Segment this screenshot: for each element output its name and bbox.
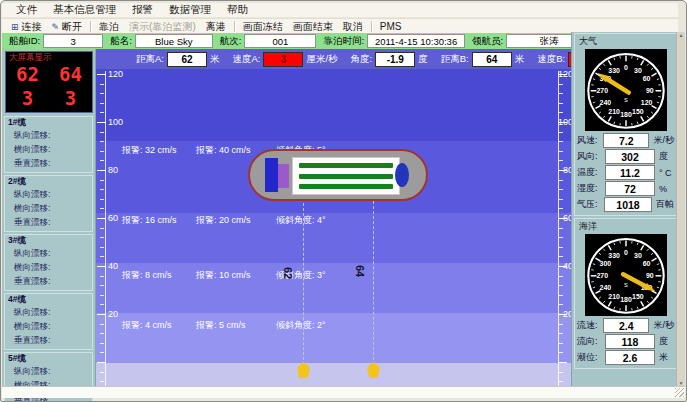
- distance-label-a: 62: [282, 267, 294, 279]
- cable-group: 2#缆纵向漂移:横向漂移:垂直漂移:: [4, 175, 93, 232]
- info-field-value[interactable]: 001: [244, 34, 316, 48]
- toolbar-button[interactable]: ⊞连接: [6, 20, 47, 34]
- ship-deckhouse: [278, 164, 289, 188]
- drift-row-label: 横向漂移:: [5, 202, 92, 216]
- gauge-dial-number: 0: [624, 249, 628, 256]
- vertical-scrollbar[interactable]: ▲ ▼: [676, 32, 685, 386]
- alarm-threshold-row: 报警: 4 cm/s报警: 5 cm/s倾斜角度: 2°: [122, 319, 326, 332]
- gauge-dial-number: 180: [620, 111, 632, 118]
- cable-group-list: 1#缆纵向漂移:横向漂移:垂直漂移:2#缆纵向漂移:横向漂移:垂直漂移:3#缆纵…: [4, 116, 94, 402]
- axis-major-tick: [558, 362, 567, 363]
- sensor-label: 流向:: [577, 335, 603, 348]
- readout-value: -1.9: [375, 52, 415, 67]
- gauge-dial-number: 180: [620, 296, 632, 303]
- big-screen-title: 大屏幕显示: [9, 52, 52, 64]
- drift-row-label: 纵向漂移:: [5, 188, 92, 202]
- gauge-dial-number: 30: [634, 67, 642, 74]
- ship-bow-block: [265, 158, 278, 192]
- info-field-value[interactable]: 3: [43, 34, 103, 48]
- gauge-south-label: S: [624, 282, 628, 288]
- axis-major-tick: [97, 122, 106, 123]
- sensor-field-row: 温度:11.2° C: [577, 165, 674, 180]
- sensor-unit: 度: [659, 150, 668, 163]
- ship-top-view: [248, 149, 428, 201]
- alarm-speed-a: 报警: 8 cm/s: [122, 269, 196, 282]
- sensor-label: 湿度:: [577, 182, 603, 195]
- info-field-value[interactable]: Blue Sky: [135, 34, 213, 48]
- toolbar-button-label: 画面冻结: [243, 20, 283, 34]
- gauge-dial-number: 60: [642, 75, 650, 82]
- distance-bands: [96, 69, 573, 386]
- gauge-dial-number: 240: [599, 99, 611, 106]
- resize-grip-icon[interactable]: [675, 388, 684, 397]
- gauge-dial-number: 210: [608, 293, 620, 300]
- toolbar-button[interactable]: 画面冻结: [238, 20, 288, 34]
- toolbar-button-label: 断开: [62, 20, 82, 34]
- toolbar-button[interactable]: 靠泊: [94, 20, 124, 34]
- cable-group-title: 1#缆: [5, 117, 92, 129]
- menu-item[interactable]: 帮助: [219, 3, 256, 17]
- gauge-south-label: S: [624, 97, 628, 103]
- alarm-speed-a: 报警: 32 cm/s: [122, 144, 196, 157]
- cargo-stripe: [299, 184, 393, 189]
- sensor-unit: 米: [659, 351, 668, 364]
- info-field-label: 船舶ID:: [9, 35, 40, 48]
- cargo-stripe: [299, 174, 393, 179]
- drift-row-label: 纵向漂移:: [5, 247, 92, 261]
- alarm-speed-b: 报警: 10 cm/s: [196, 269, 276, 282]
- gauge-dial-number: 150: [632, 108, 644, 115]
- vessel-info-bar: 船舶ID:3船名:Blue Sky航次:001靠泊时间:2011-4-15 10…: [2, 33, 571, 49]
- menu-item[interactable]: 文件: [8, 3, 45, 17]
- info-field: 靠泊时间:2011-4-15 10:30:36: [323, 34, 465, 48]
- drift-row-label: 垂直漂移:: [5, 157, 92, 171]
- sensor-label: 气压:: [577, 198, 602, 211]
- info-field-value[interactable]: 2011-4-15 10:30:36: [367, 34, 465, 48]
- cable-group-title: 4#缆: [5, 294, 92, 306]
- alarm-speed-a: 报警: 16 cm/s: [122, 214, 196, 227]
- weather-group: 大气 0306090120150180210240270300330S 风速:7…: [574, 33, 677, 216]
- readout-unit: 度: [418, 53, 428, 66]
- scroll-up-icon[interactable]: ▲: [679, 32, 684, 38]
- axis-tick-label: 60: [108, 213, 118, 223]
- toolbar-button[interactable]: 画面结束: [288, 20, 338, 34]
- led-value: 64: [49, 62, 92, 86]
- toolbar-button[interactable]: 离港: [201, 20, 231, 34]
- menu-item[interactable]: 基本信息管理: [45, 3, 124, 17]
- toolbar-button[interactable]: 取消: [338, 20, 368, 34]
- drift-row-label: 纵向漂移:: [5, 365, 92, 379]
- sensor-label: 风向:: [577, 150, 603, 163]
- toolbar-button-label: 靠泊: [99, 20, 119, 34]
- info-field: 航次:001: [220, 34, 317, 48]
- drift-row-label: 垂直漂移:: [5, 334, 92, 348]
- axis-major-tick: [97, 218, 106, 219]
- current-direction-gauge: 0306090120150180210240270300330S: [585, 234, 667, 316]
- readout-value: 62: [167, 52, 207, 67]
- toolbar-button-label: 连接: [22, 20, 42, 34]
- sensor-label: 潮位:: [577, 351, 603, 364]
- toolbar-button[interactable]: PMS: [375, 21, 407, 32]
- sensor-field-row: 潮位:2.6米: [577, 350, 674, 365]
- sensor-field-row: 流速:2.4米/秒: [577, 318, 674, 333]
- menu-item[interactable]: 报警: [124, 3, 161, 17]
- alarm-speed-a: 报警: 4 cm/s: [122, 319, 196, 332]
- environment-panel: 大气 0306090120150180210240270300330S 风速:7…: [571, 32, 679, 386]
- toolbar-separator: [371, 21, 372, 32]
- sensor-value: 302: [605, 149, 655, 164]
- axis-tick-label: 100: [108, 117, 123, 127]
- axis-minor-ticks: [100, 74, 104, 386]
- ship-stern-structure: [395, 163, 409, 187]
- readout-label: 距离A:: [136, 53, 164, 66]
- ocean-group: 海洋 0306090120150180210240270300330S 流速:2…: [574, 218, 677, 369]
- menu-item[interactable]: 数据管理: [161, 3, 219, 17]
- readout-label: 距离B:: [441, 53, 469, 66]
- sensor-unit: 米/秒: [653, 134, 674, 147]
- toolbar-button[interactable]: ✎断开: [47, 20, 88, 34]
- toolbar-button-label: 离港: [206, 20, 226, 34]
- led-value: 62: [6, 62, 49, 86]
- mooring-line-b: [373, 201, 374, 365]
- sensor-value: 7.2: [603, 133, 649, 148]
- toolbar-button-label: 取消: [343, 20, 363, 34]
- axis-tick-label: 20: [108, 309, 118, 319]
- cable-group: 1#缆纵向漂移:横向漂移:垂直漂移:: [4, 116, 93, 173]
- app-window: 文件基本信息管理报警数据管理帮助 ⊞连接✎断开靠泊演示(靠泊监测)离港画面冻结画…: [0, 0, 687, 402]
